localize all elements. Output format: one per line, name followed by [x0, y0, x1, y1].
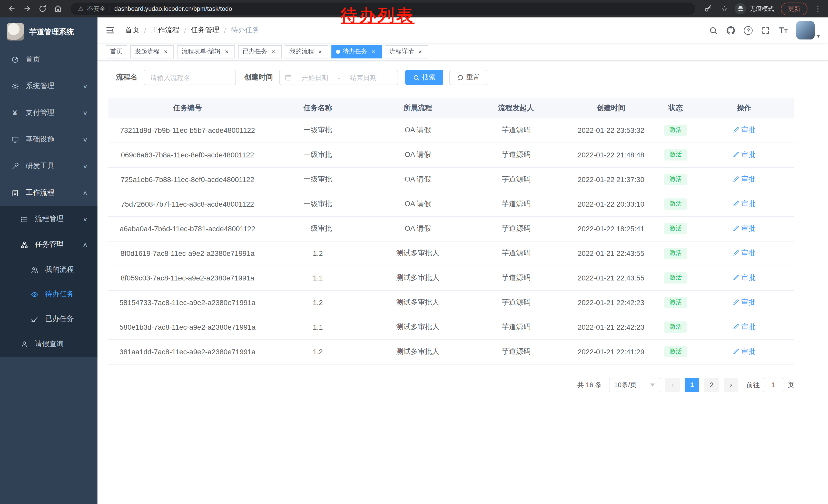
- table-row: 73211d9d-7b9b-11ec-b5b7-acde48001122 一级审…: [108, 118, 794, 142]
- bookmark-star-icon[interactable]: ☆: [721, 4, 728, 13]
- table-row: 580e1b3d-7ac8-11ec-a9e2-a2380e71991a 1.1…: [108, 315, 794, 339]
- cell-process: OA 请假: [368, 192, 467, 216]
- sidebar-collapse-button[interactable]: [106, 25, 117, 36]
- cell-task-id: 75d72608-7b7f-11ec-a3c8-acde48001122: [108, 192, 267, 216]
- cell-actions: 审批: [694, 290, 794, 315]
- approve-link[interactable]: 审批: [733, 199, 756, 209]
- approve-link[interactable]: 审批: [733, 125, 756, 135]
- close-icon[interactable]: ×: [417, 48, 424, 55]
- cell-starter: 芋道源码: [467, 118, 565, 142]
- col-process: 所属流程: [368, 98, 467, 118]
- start-date-input[interactable]: [295, 74, 335, 81]
- cell-starter: 芋道源码: [467, 142, 565, 167]
- approve-link[interactable]: 审批: [733, 224, 756, 233]
- browser-forward-button[interactable]: [20, 2, 34, 15]
- tab-todo-task[interactable]: 待办任务 ×: [331, 45, 382, 58]
- close-icon[interactable]: ×: [162, 48, 169, 55]
- breadcrumb-task-mgmt[interactable]: 任务管理: [191, 26, 219, 35]
- reset-button[interactable]: 重置: [449, 70, 487, 85]
- sidebar-item-infra[interactable]: 基础设施 ∨: [0, 126, 97, 153]
- sidebar-item-todo-task[interactable]: 待办任务: [0, 282, 97, 307]
- cell-starter: 芋道源码: [467, 192, 565, 216]
- browser-menu-button[interactable]: ⋮: [814, 4, 822, 13]
- browser-update-button[interactable]: 更新: [781, 2, 808, 15]
- search-button[interactable]: [709, 26, 718, 35]
- sidebar-item-label: 工作流程: [26, 188, 54, 197]
- col-task-id: 任务编号: [108, 98, 267, 118]
- cell-actions: 审批: [694, 192, 794, 216]
- goto-prefix: 前往: [746, 380, 760, 390]
- url-text: dashboard.yudao.iocoder.cn/bpm/task/todo: [114, 5, 232, 12]
- sidebar-item-payment[interactable]: ¥ 支付管理 ∨: [0, 99, 97, 126]
- sidebar-item-workflow[interactable]: 工作流程 ∧: [0, 179, 97, 206]
- cell-starter: 芋道源码: [467, 241, 565, 266]
- sidebar-item-system[interactable]: 系统管理 ∨: [0, 73, 97, 99]
- user-menu[interactable]: ▾: [796, 21, 820, 40]
- browser-home-button[interactable]: [51, 2, 65, 15]
- tab-my-process[interactable]: 我的流程 ×: [285, 45, 328, 58]
- tab-process-detail[interactable]: 流程详情 ×: [385, 45, 428, 58]
- close-icon[interactable]: ×: [370, 48, 377, 55]
- breadcrumb-home[interactable]: 首页: [125, 26, 139, 35]
- fullscreen-button[interactable]: [761, 26, 770, 35]
- cell-actions: 审批: [694, 266, 794, 290]
- edit-icon: [733, 201, 739, 208]
- end-date-input[interactable]: [343, 74, 383, 81]
- status-badge: 激活: [664, 125, 687, 136]
- goto-page-input[interactable]: [763, 378, 784, 392]
- caret-down-icon: [650, 383, 655, 386]
- font-size-button[interactable]: TT: [779, 26, 788, 35]
- search-button[interactable]: 搜索: [405, 70, 443, 85]
- sidebar-item-label: 基础设施: [26, 135, 54, 144]
- app-title: 芋道管理系统: [29, 27, 74, 37]
- password-key-button[interactable]: [701, 2, 714, 15]
- approve-link[interactable]: 审批: [733, 249, 756, 258]
- breadcrumb-workflow[interactable]: 工作流程: [151, 26, 179, 35]
- edit-icon: [733, 349, 739, 355]
- cell-create-time: 2022-01-21 22:43:55: [565, 241, 657, 266]
- date-range-picker[interactable]: -: [279, 70, 398, 85]
- next-page-button[interactable]: ›: [724, 378, 738, 392]
- process-name-input[interactable]: [143, 70, 236, 85]
- incognito-label: 无痕模式: [749, 4, 774, 13]
- cell-task-name: 1.2: [267, 290, 368, 315]
- page-button-2[interactable]: 2: [704, 378, 719, 392]
- tab-start-process[interactable]: 发起流程 ×: [130, 45, 174, 58]
- sidebar-item-done-task[interactable]: 已办任务: [0, 307, 97, 331]
- sidebar-item-home[interactable]: 首页: [0, 46, 97, 73]
- approve-link[interactable]: 审批: [733, 273, 756, 282]
- user-avatar: [796, 21, 815, 40]
- app-logo-row[interactable]: 芋道管理系统: [0, 17, 97, 46]
- browser-refresh-button[interactable]: [36, 2, 49, 15]
- close-icon[interactable]: ×: [270, 48, 277, 55]
- page-size-select[interactable]: 10条/页: [609, 378, 660, 392]
- sidebar-item-task-mgmt[interactable]: 任务管理 ∧: [0, 232, 97, 258]
- close-icon[interactable]: ×: [223, 48, 230, 55]
- tab-home[interactable]: 首页: [106, 45, 127, 58]
- github-button[interactable]: [727, 26, 735, 35]
- sidebar-item-leave-query[interactable]: 请假查询: [0, 331, 97, 357]
- close-icon[interactable]: ×: [317, 48, 324, 55]
- cell-task-name: 1.1: [267, 315, 368, 339]
- approve-link[interactable]: 审批: [733, 175, 756, 184]
- people-icon: [30, 266, 39, 274]
- chevron-up-icon: ∧: [82, 241, 88, 248]
- page-button-1[interactable]: 1: [685, 378, 699, 392]
- sidebar-item-devtools[interactable]: 研发工具 ∨: [0, 153, 97, 179]
- approve-link[interactable]: 审批: [733, 322, 756, 332]
- sidebar-item-my-process[interactable]: 我的流程: [0, 258, 97, 282]
- browser-back-button[interactable]: [5, 2, 18, 15]
- sidebar-item-process-mgmt[interactable]: 流程管理 ∨: [0, 206, 97, 232]
- forward-icon: [23, 5, 31, 13]
- prev-page-button[interactable]: ‹: [665, 378, 680, 392]
- approve-link[interactable]: 审批: [733, 298, 756, 307]
- tab-form-edit[interactable]: 流程表单-编辑 ×: [177, 45, 235, 58]
- approve-link[interactable]: 审批: [733, 347, 756, 356]
- approve-link[interactable]: 审批: [733, 150, 756, 159]
- chevron-down-icon: ∨: [82, 83, 88, 89]
- tab-done-task[interactable]: 已办任务 ×: [238, 45, 282, 58]
- help-button[interactable]: ?: [744, 26, 753, 35]
- address-bar[interactable]: ⚠ 不安全 | dashboard.yudao.iocoder.cn/bpm/t…: [71, 2, 695, 15]
- cell-status: 激活: [657, 339, 694, 364]
- cell-create-time: 2022-01-22 21:37:30: [565, 167, 657, 192]
